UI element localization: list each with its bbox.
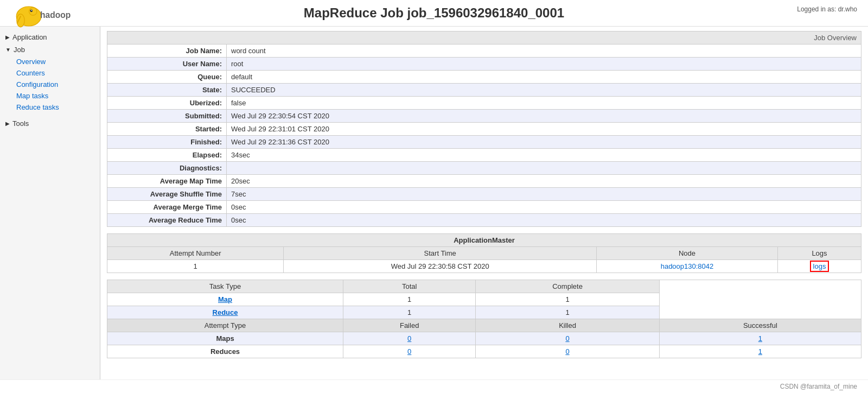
appmaster-title: ApplicationMaster <box>107 234 861 247</box>
attempt-maps-killed-link[interactable]: 0 <box>565 334 569 343</box>
appmaster-col-node: Node <box>597 247 778 260</box>
job-label-9: Diagnostics: <box>107 162 227 175</box>
task-reduce-link[interactable]: Reduce <box>213 308 238 316</box>
job-row-3: State:SUCCEEDED <box>107 84 861 97</box>
job-value-9 <box>227 162 861 175</box>
attempt-reduces-successful: 1 <box>659 345 861 358</box>
sidebar-application[interactable]: ▶ Application <box>0 31 100 43</box>
appmaster-col-starttime: Start Time <box>284 247 597 260</box>
job-label-5: Submitted: <box>107 110 227 123</box>
application-arrow-icon: ▶ <box>5 34 10 40</box>
logo: hadoop <box>11 0 76 29</box>
job-label-3: State: <box>107 84 227 97</box>
job-overview-header: Job Overview <box>107 31 861 45</box>
task-header-row: Task Type Total Complete <box>107 280 861 293</box>
job-row-8: Elapsed:34sec <box>107 149 861 162</box>
job-arrow-icon: ▼ <box>5 47 11 53</box>
appmaster-node: hadoop130:8042 <box>597 260 778 273</box>
job-value-5: Wed Jul 29 22:30:54 CST 2020 <box>227 110 861 123</box>
job-label: Job <box>14 46 25 54</box>
job-value-4: false <box>227 97 861 110</box>
task-reduce-total: 1 <box>343 306 476 319</box>
job-label-10: Average Map Time <box>107 175 227 188</box>
sidebar-job[interactable]: ▼ Job <box>0 43 100 56</box>
job-row-5: Submitted:Wed Jul 29 22:30:54 CST 2020 <box>107 110 861 123</box>
task-col-total: Total <box>343 280 476 293</box>
attempt-col-killed: Killed <box>476 319 659 332</box>
job-label-8: Elapsed: <box>107 149 227 162</box>
job-overview-table: Job Overview Job Name:word countUser Nam… <box>107 31 861 227</box>
attempt-reduces-killed: 0 <box>476 345 659 358</box>
appmaster-node-link[interactable]: hadoop130:8042 <box>661 262 714 270</box>
job-value-6: Wed Jul 29 22:31:01 CST 2020 <box>227 123 861 136</box>
job-row-2: Queue:default <box>107 71 861 84</box>
sidebar-tools[interactable]: ▶ Tools <box>0 117 100 130</box>
task-summary-table: Task Type Total Complete Map 1 1 Reduce … <box>107 280 861 358</box>
job-label-13: Average Reduce Time <box>107 214 227 227</box>
attempt-col-type: Attempt Type <box>107 319 343 332</box>
appmaster-logs-cell: logs <box>777 260 861 273</box>
job-row-12: Average Merge Time0sec <box>107 201 861 214</box>
svg-text:hadoop: hadoop <box>40 10 71 20</box>
job-label-11: Average Shuffle Time <box>107 188 227 201</box>
task-row-reduce: Reduce 1 1 <box>107 306 861 319</box>
tools-arrow-icon: ▶ <box>5 121 10 126</box>
appmaster-table: ApplicationMaster Attempt Number Start T… <box>107 233 861 273</box>
task-reduce-label: Reduce <box>107 306 343 319</box>
job-value-1: root <box>227 58 861 71</box>
job-sub-items: Overview Counters Configuration Map task… <box>0 56 100 113</box>
appmaster-start-time: Wed Jul 29 22:30:58 CST 2020 <box>284 260 597 273</box>
logged-in-label: Logged in as: dr.who <box>797 5 857 13</box>
job-row-11: Average Shuffle Time7sec <box>107 188 861 201</box>
task-map-label: Map <box>107 293 343 306</box>
job-row-9: Diagnostics: <box>107 162 861 175</box>
job-value-3: SUCCEEDED <box>227 84 861 97</box>
sidebar-item-reduce-tasks[interactable]: Reduce tasks <box>11 102 100 113</box>
task-reduce-complete: 1 <box>476 306 659 319</box>
attempt-header-row: Attempt Type Failed Killed Successful <box>107 319 861 332</box>
attempt-row-maps: Maps 0 0 1 <box>107 332 861 345</box>
job-row-13: Average Reduce Time0sec <box>107 214 861 227</box>
sidebar-item-map-tasks[interactable]: Map tasks <box>11 90 100 102</box>
attempt-maps-label: Maps <box>107 332 343 345</box>
attempt-reduces-failed: 0 <box>343 345 476 358</box>
attempt-maps-killed: 0 <box>476 332 659 345</box>
job-label-0: Job Name: <box>107 45 227 58</box>
job-value-10: 20sec <box>227 175 861 188</box>
task-row-map: Map 1 1 <box>107 293 861 306</box>
job-value-11: 7sec <box>227 188 861 201</box>
job-label-12: Average Merge Time <box>107 201 227 214</box>
appmaster-header-row: Attempt Number Start Time Node Logs <box>107 247 861 260</box>
sidebar-item-counters[interactable]: Counters <box>11 67 100 79</box>
job-label-6: Started: <box>107 123 227 136</box>
task-map-link[interactable]: Map <box>218 295 232 303</box>
job-label-4: Uberized: <box>107 97 227 110</box>
attempt-reduces-failed-link[interactable]: 0 <box>407 347 411 356</box>
sidebar: ▶ Application ▼ Job Overview Counters Co… <box>0 27 100 379</box>
appmaster-data-row: 1 Wed Jul 29 22:30:58 CST 2020 hadoop130… <box>107 260 861 273</box>
job-label-2: Queue: <box>107 71 227 84</box>
sidebar-item-overview[interactable]: Overview <box>11 56 100 67</box>
job-row-10: Average Map Time20sec <box>107 175 861 188</box>
job-value-0: word count <box>227 45 861 58</box>
main-content: Job Overview Job Name:word countUser Nam… <box>100 27 868 379</box>
attempt-reduces-successful-link[interactable]: 1 <box>758 347 762 356</box>
attempt-maps-failed-link[interactable]: 0 <box>407 334 411 343</box>
job-row-6: Started:Wed Jul 29 22:31:01 CST 2020 <box>107 123 861 136</box>
job-value-13: 0sec <box>227 214 861 227</box>
appmaster-col-logs: Logs <box>777 247 861 260</box>
attempt-maps-successful: 1 <box>659 332 861 345</box>
appmaster-col-attempt: Attempt Number <box>107 247 284 260</box>
attempt-maps-successful-link[interactable]: 1 <box>758 334 762 343</box>
attempt-row-reduces: Reduces 0 0 1 <box>107 345 861 358</box>
appmaster-attempt: 1 <box>107 260 284 273</box>
job-row-4: Uberized:false <box>107 97 861 110</box>
job-label-1: User Name: <box>107 58 227 71</box>
sidebar-item-configuration[interactable]: Configuration <box>11 79 100 90</box>
job-label-7: Finished: <box>107 136 227 149</box>
application-label: Application <box>12 33 47 41</box>
appmaster-logs-link[interactable]: logs <box>810 261 829 272</box>
footer-note: CSDN @faramita_of_mine <box>0 379 868 393</box>
attempt-reduces-killed-link[interactable]: 0 <box>565 347 569 356</box>
svg-point-4 <box>31 10 33 11</box>
